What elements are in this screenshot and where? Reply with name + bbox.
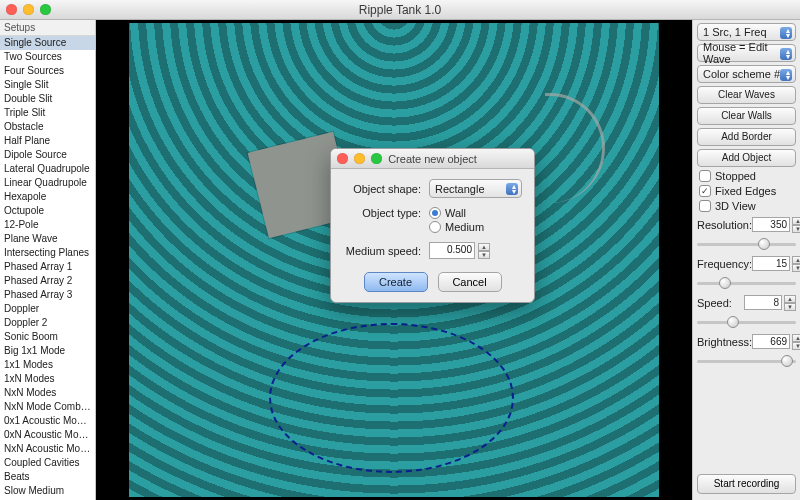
setup-item[interactable]: 1xN Modes [0,372,95,386]
color-scheme-dropdown[interactable]: Color scheme #1 ▴▾ [697,65,796,83]
mouse-mode-dropdown[interactable]: Mouse = Edit Wave ▴▾ [697,44,796,62]
medium-speed-row: Medium speed: 0.500 ▲▼ [343,242,522,259]
stopped-label: Stopped [715,170,756,182]
setup-item[interactable]: Phased Array 2 [0,274,95,288]
object-shape-label: Object shape: [343,183,421,195]
add-border-button[interactable]: Add Border [697,128,796,146]
object-type-medium-option[interactable]: Medium [429,221,484,233]
resolution-slider[interactable] [697,237,796,251]
frequency-label: Frequency: [697,258,752,270]
setup-item[interactable]: Two Sources [0,50,95,64]
frequency-slider[interactable] [697,276,796,290]
object-type-row: Object type: Wall Medium [343,207,522,233]
setup-item[interactable]: Big 1x1 Mode [0,344,95,358]
setup-item[interactable]: Obstacle [0,120,95,134]
setup-item[interactable]: Lateral Quadrupole [0,162,95,176]
speed-row: Speed: 8 ▲▼ [697,295,796,310]
control-panel: 1 Src, 1 Freq ▴▾ Mouse = Edit Wave ▴▾ Co… [692,20,800,500]
dialog-buttons: Create Cancel [343,272,522,292]
resolution-stepper[interactable]: ▲▼ [792,217,800,232]
object-curve[interactable] [545,93,605,203]
object-ellipse[interactable] [269,323,514,473]
fixed-edges-label: Fixed Edges [715,185,776,197]
setups-list[interactable]: Single SourceTwo SourcesFour SourcesSing… [0,36,95,500]
setup-item[interactable]: Hexapole [0,190,95,204]
object-shape-value: Rectangle [435,183,485,195]
view3d-checkbox-row[interactable]: 3D View [697,200,796,212]
setup-item[interactable]: Intersecting Planes [0,246,95,260]
medium-speed-field[interactable]: 0.500 [429,242,475,259]
close-icon[interactable] [6,4,17,15]
chevron-updown-icon: ▴▾ [786,28,790,38]
setup-item[interactable]: 0x1 Acoustic Mo… [0,414,95,428]
setup-item[interactable]: Coupled Cavities [0,456,95,470]
object-shape-dropdown[interactable]: Rectangle ▴▾ [429,179,522,198]
chevron-updown-icon: ▴▾ [786,49,790,59]
setup-item[interactable]: Phased Array 1 [0,260,95,274]
dialog-titlebar: Create new object [331,149,534,169]
zoom-icon[interactable] [40,4,51,15]
setup-item[interactable]: Doppler [0,302,95,316]
brightness-row: Brightness: 669 ▲▼ [697,334,796,349]
setup-item[interactable]: Sonic Boom [0,330,95,344]
object-type-wall-option[interactable]: Wall [429,207,484,219]
start-recording-button[interactable]: Start recording [697,474,796,494]
setup-item[interactable]: Single Source [0,36,95,50]
create-button[interactable]: Create [364,272,428,292]
setup-item[interactable]: Triple Slit [0,106,95,120]
setup-item[interactable]: NxN Mode Combos [0,400,95,414]
setup-item[interactable]: 12-Pole [0,218,95,232]
setup-item[interactable]: Single Slit [0,78,95,92]
setup-item[interactable]: NxN Acoustic Mo… [0,442,95,456]
setup-item[interactable]: 1x1 Modes [0,358,95,372]
setup-item[interactable]: Double Slit [0,92,95,106]
fixed-edges-checkbox-row[interactable]: ✓ Fixed Edges [697,185,796,197]
speed-label: Speed: [697,297,732,309]
resolution-field[interactable]: 350 [752,217,790,232]
medium-speed-stepper[interactable]: ▲▼ [478,243,490,258]
stopped-checkbox-row[interactable]: Stopped [697,170,796,182]
radio-icon[interactable] [429,221,441,233]
setup-item[interactable]: Slow Medium [0,484,95,498]
dialog-title: Create new object [388,153,477,165]
speed-stepper[interactable]: ▲▼ [784,295,796,310]
setup-item[interactable]: Linear Quadrupole [0,176,95,190]
add-object-button[interactable]: Add Object [697,149,796,167]
fixed-edges-checkbox[interactable]: ✓ [699,185,711,197]
minimize-icon[interactable] [23,4,34,15]
setup-item[interactable]: Plane Wave [0,232,95,246]
view3d-label: 3D View [715,200,756,212]
setup-item[interactable]: 0xN Acoustic Mo… [0,428,95,442]
setup-item[interactable]: Four Sources [0,64,95,78]
object-type-label: Object type: [343,207,421,219]
source-mode-dropdown[interactable]: 1 Src, 1 Freq ▴▾ [697,23,796,41]
setup-item[interactable]: Half Plane [0,134,95,148]
setup-item[interactable]: Beats [0,470,95,484]
setup-item[interactable]: Dipole Source [0,148,95,162]
speed-slider[interactable] [697,315,796,329]
cancel-button[interactable]: Cancel [438,272,502,292]
close-icon[interactable] [337,153,348,164]
frequency-row: Frequency: 15 ▲▼ [697,256,796,271]
zoom-icon[interactable] [371,153,382,164]
brightness-field[interactable]: 669 [752,334,790,349]
mouse-mode-label: Mouse = Edit Wave [703,41,790,65]
color-scheme-label: Color scheme #1 [703,68,786,80]
view3d-checkbox[interactable] [699,200,711,212]
setup-item[interactable]: Phased Array 3 [0,288,95,302]
setup-item[interactable]: Doppler 2 [0,316,95,330]
object-shape-row: Object shape: Rectangle ▴▾ [343,179,522,198]
dialog-window-controls [337,153,382,164]
frequency-field[interactable]: 15 [752,256,790,271]
brightness-slider[interactable] [697,354,796,368]
frequency-stepper[interactable]: ▲▼ [792,256,800,271]
speed-field[interactable]: 8 [744,295,782,310]
clear-walls-button[interactable]: Clear Walls [697,107,796,125]
radio-icon[interactable] [429,207,441,219]
setup-item[interactable]: Octupole [0,204,95,218]
setup-item[interactable]: NxN Modes [0,386,95,400]
stopped-checkbox[interactable] [699,170,711,182]
brightness-stepper[interactable]: ▲▼ [792,334,800,349]
clear-waves-button[interactable]: Clear Waves [697,86,796,104]
minimize-icon[interactable] [354,153,365,164]
